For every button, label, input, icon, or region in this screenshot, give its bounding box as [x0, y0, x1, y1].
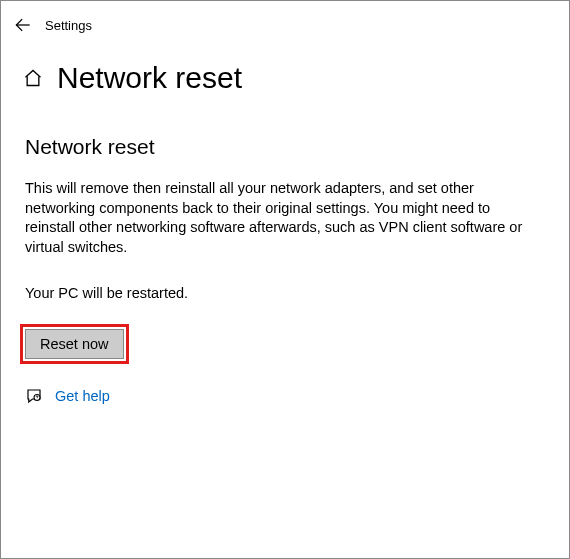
content-area: Network reset This will remove then rein… [1, 99, 569, 405]
window-header: Settings [1, 1, 569, 43]
page-title-row: Network reset [1, 43, 569, 99]
reset-now-button[interactable]: Reset now [25, 329, 124, 359]
home-icon[interactable] [23, 68, 43, 88]
back-arrow-icon[interactable] [13, 15, 41, 35]
restart-note: Your PC will be restarted. [25, 285, 539, 301]
description-text: This will remove then reinstall all your… [25, 179, 535, 257]
svg-point-2 [37, 399, 38, 400]
help-row: Get help [25, 387, 539, 405]
section-title: Network reset [25, 135, 539, 159]
app-title: Settings [45, 18, 92, 33]
get-help-link[interactable]: Get help [55, 388, 110, 404]
page-title: Network reset [57, 61, 242, 95]
chat-help-icon [25, 387, 43, 405]
